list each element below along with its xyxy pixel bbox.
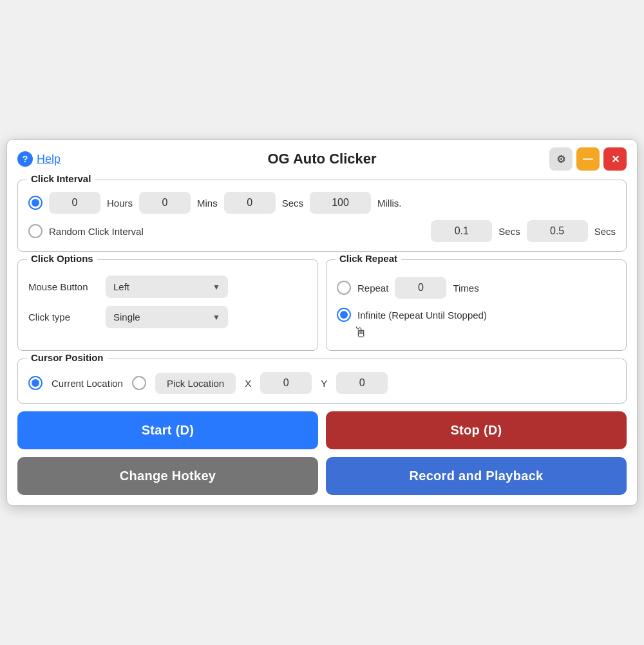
cursor-icon: 🖱 (354, 324, 616, 341)
click-type-label: Click type (28, 312, 99, 322)
mouse-button-select[interactable]: Left Middle Right (106, 276, 228, 298)
help-icon[interactable]: ? (17, 151, 33, 167)
record-playback-button[interactable]: Record and Playback (326, 457, 627, 495)
start-button[interactable]: Start (D) (17, 411, 318, 449)
change-hotkey-button[interactable]: Change Hotkey (17, 457, 318, 495)
repeat-radio[interactable] (337, 281, 351, 295)
click-options-section: Click Options Mouse Button Left Middle R… (17, 259, 318, 351)
bottom-row-1: Start (D) Stop (D) (17, 411, 627, 449)
x-input[interactable] (260, 372, 312, 394)
click-repeat-section: Click Repeat Repeat Times Infinite (Repe… (326, 259, 627, 351)
infinite-radio[interactable] (337, 308, 351, 322)
secs-input[interactable] (224, 192, 276, 214)
x-label: X (245, 378, 251, 389)
repeat-row: Repeat Times (337, 277, 616, 299)
millis-label: Millis. (377, 198, 402, 209)
cursor-row: Current Location Pick Location X Y (28, 372, 616, 394)
bottom-row-2: Change Hotkey Record and Playback (17, 457, 627, 495)
current-location-label: Current Location (52, 378, 123, 389)
titlebar-left: ? Help (17, 151, 61, 167)
click-type-dropdown-wrapper: Single Double ▼ (106, 306, 228, 328)
infinite-row: Infinite (Repeat Until Stopped) (337, 308, 616, 322)
rand-max-label: Secs (594, 226, 616, 237)
cursor-position-section: Cursor Position Current Location Pick Lo… (17, 359, 627, 404)
rand-min-label: Secs (498, 226, 520, 237)
hours-input[interactable] (49, 192, 100, 214)
repeat-label: Repeat (357, 283, 388, 294)
times-label: Times (453, 283, 478, 294)
stop-button[interactable]: Stop (D) (326, 411, 627, 449)
random-interval-radio[interactable] (28, 224, 43, 238)
mins-label: Mins (197, 198, 218, 209)
mouse-button-row: Mouse Button Left Middle Right ▼ (28, 276, 307, 298)
random-interval-label: Random Click Interval (49, 226, 144, 237)
random-interval-row: Random Click Interval Secs Secs (28, 220, 616, 242)
bottom-buttons: Start (D) Stop (D) Change Hotkey Record … (17, 411, 627, 495)
click-type-select[interactable]: Single Double (106, 306, 228, 328)
fixed-interval-radio[interactable] (28, 196, 43, 210)
fixed-interval-row: Hours Mins Secs Millis. (28, 192, 616, 214)
click-type-row: Click type Single Double ▼ (28, 306, 307, 328)
rand-min-input[interactable] (431, 220, 492, 242)
millis-input[interactable] (310, 192, 371, 214)
mouse-button-label: Mouse Button (28, 281, 99, 292)
hours-label: Hours (107, 198, 133, 209)
repeat-times-input[interactable] (395, 277, 446, 299)
click-interval-section: Click Interval Hours Mins Secs Millis. R… (17, 180, 627, 252)
options-repeat-row: Click Options Mouse Button Left Middle R… (17, 259, 627, 351)
infinite-label: Infinite (Repeat Until Stopped) (357, 310, 487, 321)
settings-button[interactable]: ⚙ (549, 147, 573, 171)
mins-input[interactable] (139, 192, 191, 214)
click-interval-title: Click Interval (27, 173, 95, 184)
cursor-position-title: Cursor Position (27, 352, 108, 363)
close-button[interactable]: ✕ (603, 147, 627, 171)
pick-location-radio[interactable] (132, 376, 146, 390)
click-options-title: Click Options (27, 253, 97, 264)
current-location-radio[interactable] (28, 376, 43, 390)
mouse-button-dropdown-wrapper: Left Middle Right ▼ (106, 276, 228, 298)
titlebar: ? Help OG Auto Clicker ⚙ — ✕ (17, 147, 627, 171)
help-link[interactable]: Help (37, 153, 61, 166)
window-controls: ⚙ — ✕ (549, 147, 627, 171)
secs-label: Secs (282, 198, 303, 209)
main-window: ? Help OG Auto Clicker ⚙ — ✕ Click Inter… (6, 139, 638, 506)
rand-max-input[interactable] (527, 220, 588, 242)
y-input[interactable] (336, 372, 388, 394)
y-label: Y (321, 378, 327, 389)
app-title: OG Auto Clicker (267, 151, 376, 167)
click-repeat-title: Click Repeat (336, 253, 401, 264)
minimize-button[interactable]: — (576, 147, 600, 171)
pick-location-button[interactable]: Pick Location (155, 373, 236, 394)
